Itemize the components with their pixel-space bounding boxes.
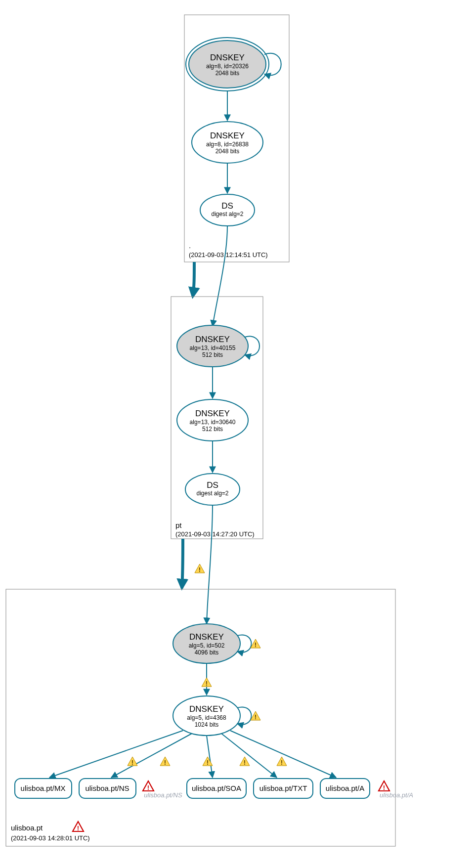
svg-text:!: ! — [77, 825, 79, 832]
node-root-ds: DS digest alg=2 — [200, 194, 255, 226]
ghost-ns: ! ulisboa.pt/NS — [143, 781, 182, 799]
node-pt-ksk: DNSKEY alg=13, id=40155 512 bits — [177, 325, 259, 367]
svg-text:2048 bits: 2048 bits — [215, 148, 240, 155]
warning-icon: ! — [251, 711, 260, 721]
zone-ulisboa-name: ulisboa.pt — [11, 824, 43, 832]
svg-text:!: ! — [244, 759, 246, 766]
node-root-zsk: DNSKEY alg=8, id=26838 2048 bits — [192, 122, 263, 163]
svg-text:!: ! — [164, 759, 166, 766]
svg-text:!: ! — [206, 680, 208, 687]
edge-root-ds-to-pt-ksk — [213, 226, 227, 326]
svg-text:ulisboa.pt/SOA: ulisboa.pt/SOA — [192, 784, 241, 792]
svg-text:digest alg=2: digest alg=2 — [211, 211, 243, 217]
edge-root-to-pt-delegation — [193, 262, 194, 297]
svg-text:512 bits: 512 bits — [202, 426, 223, 433]
warning-icon: ! — [195, 564, 205, 573]
node-ulisboa-zsk: DNSKEY alg=5, id=4368 1024 bits ! — [173, 696, 260, 736]
warning-icon: ! — [203, 757, 213, 766]
ghost-a: ! ulisboa.pt/A — [379, 781, 413, 799]
svg-text:alg=13, id=40155: alg=13, id=40155 — [190, 345, 236, 351]
svg-text:!: ! — [147, 784, 149, 791]
node-ulisboa-ksk: DNSKEY alg=5, id=502 4096 bits ! — [173, 624, 260, 663]
edge-pt-to-ulisboa-delegation — [182, 539, 183, 588]
error-icon: ! — [143, 781, 154, 791]
svg-text:ulisboa.pt/NS: ulisboa.pt/NS — [144, 791, 182, 799]
edge-zsk-a — [230, 731, 336, 778]
svg-text:DNSKEY: DNSKEY — [195, 409, 230, 418]
svg-text:alg=8, id=26838: alg=8, id=26838 — [206, 141, 249, 148]
svg-text:alg=5, id=4368: alg=5, id=4368 — [187, 714, 226, 721]
error-icon: ! — [379, 781, 389, 791]
svg-text:DNSKEY: DNSKEY — [189, 632, 224, 642]
error-icon: ! — [73, 822, 84, 832]
warning-icon: ! — [128, 757, 137, 766]
svg-text:DS: DS — [207, 480, 218, 490]
svg-text:ulisboa.pt/NS: ulisboa.pt/NS — [85, 784, 129, 792]
svg-text:DNSKEY: DNSKEY — [195, 335, 230, 344]
zone-root-ts: (2021-09-03 12:14:51 UTC) — [189, 251, 268, 259]
zone-pt-ts: (2021-09-03 14:27:20 UTC) — [175, 530, 255, 538]
edge-zsk-mx — [49, 731, 183, 778]
zone-pt-name: pt — [175, 521, 182, 529]
rrset-a: ulisboa.pt/A — [320, 779, 370, 798]
node-root-ksk: DNSKEY alg=8, id=20326 2048 bits — [186, 38, 281, 91]
edge-zsk-txt — [221, 734, 277, 778]
svg-text:DS: DS — [221, 201, 233, 211]
zone-root-name: . — [189, 241, 191, 250]
warning-icon: ! — [160, 757, 170, 766]
rrset-mx: ulisboa.pt/MX — [15, 779, 72, 798]
rrset-soa: ulisboa.pt/SOA — [187, 779, 246, 798]
svg-text:alg=8, id=20326: alg=8, id=20326 — [206, 63, 249, 70]
svg-text:!: ! — [131, 759, 133, 766]
edge-zsk-ns — [111, 734, 192, 778]
node-pt-zsk: DNSKEY alg=13, id=30640 512 bits — [177, 399, 248, 441]
svg-text:!: ! — [207, 759, 209, 766]
warning-icon: ! — [277, 757, 287, 766]
svg-text:!: ! — [199, 566, 201, 573]
warning-icon: ! — [240, 757, 250, 766]
svg-text:4096 bits: 4096 bits — [195, 649, 219, 656]
svg-text:DNSKEY: DNSKEY — [210, 53, 245, 62]
svg-text:ulisboa.pt/TXT: ulisboa.pt/TXT — [259, 784, 307, 792]
svg-text:digest alg=2: digest alg=2 — [196, 490, 228, 497]
warning-icon: ! — [202, 678, 212, 687]
svg-text:!: ! — [281, 759, 283, 766]
svg-text:alg=5, id=502: alg=5, id=502 — [189, 642, 225, 649]
svg-text:!: ! — [383, 784, 385, 791]
svg-text:!: ! — [255, 713, 257, 721]
svg-text:2048 bits: 2048 bits — [215, 70, 240, 77]
svg-text:ulisboa.pt/MX: ulisboa.pt/MX — [21, 784, 66, 792]
svg-text:ulisboa.pt/A: ulisboa.pt/A — [326, 784, 364, 792]
svg-text:!: ! — [255, 641, 257, 649]
rrset-txt: ulisboa.pt/TXT — [254, 779, 313, 798]
svg-text:512 bits: 512 bits — [202, 351, 223, 358]
edge-pt-ds-to-ul-ksk — [207, 505, 213, 624]
svg-text:DNSKEY: DNSKEY — [189, 704, 224, 714]
warning-icon: ! — [251, 639, 260, 649]
rrset-ns: ulisboa.pt/NS — [79, 779, 136, 798]
svg-text:alg=13, id=30640: alg=13, id=30640 — [190, 419, 236, 426]
svg-text:DNSKEY: DNSKEY — [210, 131, 245, 140]
svg-text:ulisboa.pt/A: ulisboa.pt/A — [380, 791, 413, 799]
node-pt-ds: DS digest alg=2 — [185, 474, 240, 505]
svg-text:1024 bits: 1024 bits — [195, 721, 219, 728]
zone-ulisboa-ts: (2021-09-03 14:28:01 UTC) — [11, 834, 90, 842]
